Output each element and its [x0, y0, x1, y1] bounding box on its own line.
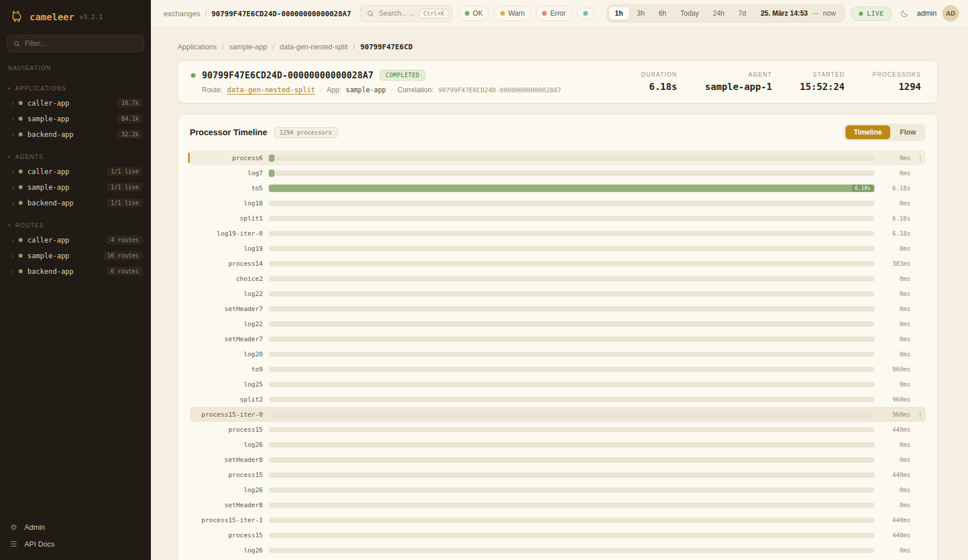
timeline-row[interactable]: setHeader70ms⋮	[190, 301, 926, 316]
timeline-row[interactable]: log220ms⋮	[190, 316, 926, 331]
timeline-row[interactable]: process60ms⋮	[190, 150, 926, 165]
live-dot	[859, 12, 863, 16]
correlation-label: Correlation:	[398, 86, 434, 94]
filter-pill-error[interactable]: Error	[536, 6, 572, 21]
status-dot	[19, 117, 23, 121]
timeline-row[interactable]: setHeader70ms⋮	[190, 331, 926, 346]
chevron-right-icon: ›	[12, 131, 14, 138]
breadcrumb-exchange-id: 90799F47E6CD24D-00000000000028A7	[211, 9, 351, 18]
filter-pill-ok[interactable]: OK	[458, 6, 489, 21]
timeline-row[interactable]: log260ms⋮	[190, 482, 926, 497]
timeline-track	[269, 442, 875, 447]
exchange-id: 90799F47E6CD24D-00000000000028A7	[202, 70, 373, 81]
breadcrumb-item[interactable]: data-gen-nested-split	[280, 43, 348, 51]
sidebar-footer-admin[interactable]: ⚙Admin	[9, 523, 142, 532]
search-icon	[13, 40, 20, 48]
timeline-row[interactable]: log260ms⋮	[190, 437, 926, 452]
global-search[interactable]: Search... ... Ctrl+K	[360, 5, 452, 22]
timeline-row[interactable]: log190ms⋮	[190, 241, 926, 256]
sidebar-section-agents: ▾AGENTS›caller-app1/1 live›sample-app1/1…	[0, 151, 151, 211]
sidebar-item-backend-app[interactable]: ›backend-app32.2k	[0, 127, 151, 142]
caret-down-icon: ▾	[8, 86, 11, 91]
timeline-row[interactable]: process15440ms⋮	[190, 467, 926, 482]
timeline-row[interactable]: process15440ms⋮	[190, 422, 926, 437]
processor-name: to5	[192, 185, 263, 192]
processor-name: setHeader8	[192, 501, 263, 509]
timeline-row[interactable]: setHeader80ms⋮	[190, 497, 926, 512]
sidebar-item-caller-app[interactable]: ›caller-app10.7k	[0, 95, 151, 111]
timeline-row[interactable]: to9960ms⋮	[190, 362, 926, 377]
processor-duration: 0ms	[880, 169, 911, 176]
sidebar-filter[interactable]	[7, 35, 144, 52]
meta-separator: ·	[391, 86, 393, 94]
timeline-row[interactable]: to56.18s6.18s⋮	[190, 180, 926, 196]
processor-name: log19	[192, 245, 263, 252]
view-button-flow[interactable]: Flow	[892, 125, 924, 139]
range-button-6h[interactable]: 6h	[652, 6, 673, 20]
timeline-row[interactable]: log180ms⋮	[190, 196, 926, 211]
sidebar-item-caller-app[interactable]: ›caller-app4 routes	[0, 232, 151, 248]
sidebar-item-sample-app[interactable]: ›sample-app1/1 live	[0, 179, 151, 195]
filter-pill-warn[interactable]: Warn	[494, 6, 531, 21]
breadcrumb-exchanges[interactable]: exchanges	[164, 9, 200, 18]
timeline-row[interactable]: process14383ms⋮	[190, 256, 926, 271]
timeline-row[interactable]: process15-iter-1440ms⋮	[190, 512, 926, 528]
sidebar-item-sample-app[interactable]: ›sample-app84.1k	[0, 111, 151, 127]
breadcrumb-item[interactable]: Applications	[178, 43, 216, 51]
timeline-row[interactable]: choice20ms⋮	[190, 271, 926, 286]
timeline-row[interactable]: split16.18s⋮	[190, 211, 926, 226]
timeline-row[interactable]: process15440ms⋮	[190, 528, 926, 543]
sidebar-item-label: sample-app	[27, 115, 113, 123]
sidebar-item-sample-app[interactable]: ›sample-app16 routes	[0, 248, 151, 263]
processor-duration: 440ms	[880, 471, 911, 478]
range-button-24h[interactable]: 24h	[706, 6, 731, 20]
sidebar-section-header[interactable]: ▾APPLICATIONS	[0, 83, 151, 95]
kebab-menu-icon[interactable]: ⋮	[916, 411, 923, 418]
sidebar-footer-label: Admin	[24, 523, 45, 532]
user-name: admin	[917, 9, 937, 17]
timeline-row[interactable]: log250ms⋮	[190, 377, 926, 392]
range-button-today[interactable]: Today	[674, 6, 705, 20]
range-button-1h[interactable]: 1h	[609, 6, 630, 20]
range-button-7d[interactable]: 7d	[732, 6, 752, 20]
user-avatar[interactable]: AD	[942, 5, 959, 21]
view-button-timeline[interactable]: Timeline	[846, 125, 890, 139]
timeline-row[interactable]: process15-iter-0960ms⋮	[190, 407, 926, 422]
sidebar-section-header[interactable]: ▾AGENTS	[0, 151, 151, 164]
sidebar-item-backend-app[interactable]: ›backend-app6 routes	[0, 263, 151, 279]
sidebar-item-backend-app[interactable]: ›backend-app1/1 live	[0, 195, 151, 211]
range-button-3h[interactable]: 3h	[631, 6, 651, 20]
filter-dot	[583, 11, 588, 16]
app-value: sample-app	[346, 86, 386, 94]
sidebar-footer-api-docs[interactable]: ☰API Docs	[9, 540, 142, 548]
timeline-row[interactable]: log19-iter-06.18s⋮	[190, 226, 926, 241]
route-link[interactable]: data-gen-nested-split	[227, 86, 315, 94]
processor-duration: 0ms	[880, 245, 911, 252]
cameleer-logo-icon	[9, 9, 24, 24]
theme-toggle[interactable]	[898, 8, 911, 19]
sidebar-item-caller-app[interactable]: ›caller-app1/1 live	[0, 164, 151, 179]
processor-name: setHeader7	[192, 335, 263, 343]
timeline-row[interactable]: setHeader80ms⋮	[190, 452, 926, 467]
app-label: App:	[327, 86, 341, 94]
processor-name: to9	[192, 366, 263, 373]
timeline-row[interactable]: log220ms⋮	[190, 286, 926, 301]
filter-input[interactable]	[25, 39, 138, 48]
app-logo[interactable]: cameleer v3.2.1	[0, 0, 151, 31]
live-toggle[interactable]: LIVE	[851, 6, 892, 21]
search-icon	[367, 10, 374, 17]
exchange-stats: DURATION6.18sAGENTsample-app-1STARTED15:…	[641, 71, 924, 92]
processor-duration: 960ms	[880, 396, 911, 403]
timeline-row[interactable]: log70ms⋮	[190, 165, 926, 180]
timeline-row[interactable]: split2960ms⋮	[190, 392, 926, 407]
sidebar-section-header[interactable]: ▾ROUTES	[0, 220, 151, 232]
processor-duration: 0ms	[880, 290, 911, 297]
timeline-row[interactable]: log200ms⋮	[190, 346, 926, 362]
filter-pill-dot[interactable]	[577, 8, 594, 19]
processor-duration: 0ms	[880, 351, 911, 357]
timeline-row[interactable]: log260ms⋮	[190, 543, 926, 558]
exchange-summary-card: 90799F47E6CD24D-00000000000028A7 COMPLET…	[178, 60, 938, 103]
time-range-group: 1h3h6hToday24h7d 25. März 14:53 — now	[606, 4, 846, 23]
breadcrumb-item[interactable]: sample-app	[229, 43, 267, 51]
kebab-menu-icon[interactable]: ⋮	[916, 154, 923, 162]
